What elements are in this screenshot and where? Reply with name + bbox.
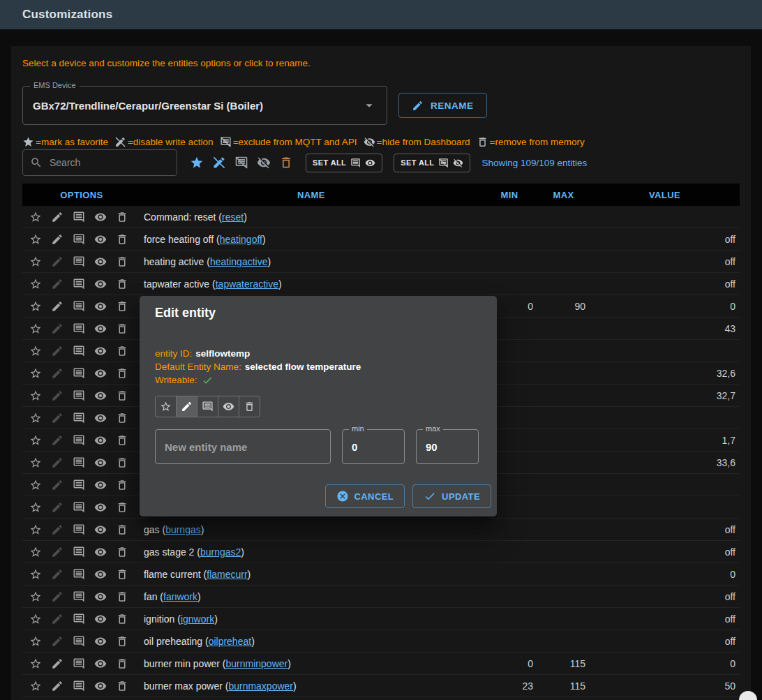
favorite-toggle[interactable] bbox=[28, 276, 43, 292]
edit-entity-button[interactable] bbox=[50, 366, 65, 381]
delete-toggle[interactable] bbox=[114, 433, 130, 448]
filter-eye-off-button[interactable] bbox=[255, 154, 272, 171]
edit-entity-button[interactable] bbox=[50, 410, 65, 426]
delete-toggle[interactable] bbox=[114, 232, 130, 247]
mqtt-exclude-toggle[interactable] bbox=[71, 589, 87, 604]
favorite-toggle[interactable] bbox=[28, 366, 43, 381]
edit-entity-button[interactable] bbox=[50, 522, 65, 537]
delete-toggle[interactable] bbox=[114, 343, 130, 359]
delete-toggle[interactable] bbox=[114, 410, 130, 426]
favorite-toggle[interactable] bbox=[28, 410, 43, 426]
entity-shortname-link[interactable]: flamecurr bbox=[207, 569, 247, 580]
delete-toggle[interactable] bbox=[114, 366, 130, 381]
mqtt-exclude-toggle[interactable] bbox=[71, 544, 87, 560]
visibility-toggle[interactable] bbox=[93, 254, 108, 269]
mqtt-exclude-toggle[interactable] bbox=[71, 634, 87, 649]
edit-entity-button[interactable] bbox=[50, 567, 65, 582]
favorite-toggle[interactable] bbox=[28, 254, 43, 269]
edit-entity-button[interactable] bbox=[50, 455, 65, 470]
entity-shortname-link[interactable]: burngas2 bbox=[200, 546, 241, 558]
visibility-toggle[interactable] bbox=[93, 634, 108, 649]
filter-star-button[interactable] bbox=[188, 154, 205, 171]
favorite-toggle[interactable] bbox=[28, 611, 43, 627]
mqtt-exclude-toggle[interactable] bbox=[71, 455, 87, 470]
favorite-toggle[interactable] bbox=[28, 656, 43, 671]
mqtt-exclude-toggle[interactable] bbox=[71, 656, 87, 671]
mqtt-exclude-toggle[interactable] bbox=[71, 477, 87, 493]
edit-entity-button[interactable] bbox=[50, 589, 65, 604]
favorite-toggle[interactable] bbox=[155, 396, 177, 417]
visibility-toggle[interactable] bbox=[93, 567, 108, 582]
delete-toggle[interactable] bbox=[114, 589, 130, 604]
favorite-toggle[interactable] bbox=[28, 388, 43, 403]
visibility-toggle[interactable] bbox=[93, 678, 108, 694]
visibility-toggle[interactable] bbox=[93, 276, 108, 292]
favorite-toggle[interactable] bbox=[28, 589, 43, 604]
visibility-toggle[interactable] bbox=[93, 366, 108, 381]
favorite-toggle[interactable] bbox=[28, 522, 43, 537]
delete-toggle[interactable] bbox=[114, 209, 130, 225]
mqtt-exclude-toggle[interactable] bbox=[71, 388, 87, 403]
favorite-toggle[interactable] bbox=[28, 321, 43, 336]
visibility-toggle[interactable] bbox=[93, 410, 108, 426]
edit-entity-button[interactable] bbox=[50, 343, 65, 359]
edit-entity-button[interactable] bbox=[50, 500, 65, 515]
favorite-toggle[interactable] bbox=[28, 433, 43, 448]
favorite-toggle[interactable] bbox=[28, 544, 43, 560]
delete-toggle[interactable] bbox=[114, 544, 130, 560]
delete-toggle[interactable] bbox=[114, 656, 130, 671]
edit-entity-button[interactable] bbox=[50, 433, 65, 448]
visibility-toggle[interactable] bbox=[93, 455, 108, 470]
entity-shortname-link[interactable]: ignwork bbox=[181, 613, 214, 625]
set-all-hide-button[interactable]: SET ALL bbox=[394, 154, 470, 172]
visibility-toggle[interactable] bbox=[93, 433, 108, 448]
mqtt-exclude-toggle[interactable] bbox=[71, 232, 87, 247]
delete-toggle[interactable] bbox=[114, 611, 130, 627]
entity-shortname-link[interactable]: burnmaxpower bbox=[228, 680, 293, 692]
set-all-show-button[interactable]: SET ALL bbox=[306, 154, 382, 172]
mqtt-exclude-toggle[interactable] bbox=[71, 343, 87, 359]
delete-toggle[interactable] bbox=[114, 276, 130, 292]
mqtt-exclude-toggle[interactable] bbox=[71, 410, 87, 426]
edit-entity-button[interactable] bbox=[50, 276, 65, 292]
visibility-toggle[interactable] bbox=[93, 656, 108, 671]
mqtt-exclude-toggle[interactable] bbox=[71, 366, 87, 381]
entity-shortname-link[interactable]: reset bbox=[222, 211, 244, 223]
mqtt-exclude-toggle[interactable] bbox=[71, 209, 87, 225]
filter-comment-off-button[interactable] bbox=[233, 154, 250, 171]
delete-toggle[interactable] bbox=[239, 396, 260, 417]
mqtt-exclude-toggle[interactable] bbox=[71, 321, 87, 336]
visibility-toggle[interactable] bbox=[93, 209, 108, 225]
favorite-toggle[interactable] bbox=[28, 299, 43, 314]
favorite-toggle[interactable] bbox=[28, 634, 43, 649]
entity-shortname-link[interactable]: oilpreheat bbox=[209, 636, 252, 647]
entity-shortname-link[interactable]: heatingoff bbox=[220, 234, 262, 245]
delete-toggle[interactable] bbox=[114, 254, 130, 269]
mqtt-exclude-toggle[interactable] bbox=[71, 522, 87, 537]
rename-button[interactable]: RENAME bbox=[398, 93, 487, 118]
mqtt-exclude-toggle[interactable] bbox=[71, 567, 87, 582]
new-entity-name-input[interactable] bbox=[156, 441, 330, 453]
favorite-toggle[interactable] bbox=[28, 500, 43, 515]
entity-shortname-link[interactable]: heatingactive bbox=[210, 256, 268, 267]
delete-toggle[interactable] bbox=[114, 455, 130, 470]
min-input[interactable] bbox=[343, 441, 404, 453]
max-input[interactable] bbox=[417, 441, 478, 453]
visibility-toggle[interactable] bbox=[218, 396, 239, 417]
visibility-toggle[interactable] bbox=[93, 232, 108, 247]
visibility-toggle[interactable] bbox=[93, 477, 108, 493]
edit-entity-button[interactable] bbox=[50, 388, 65, 403]
delete-toggle[interactable] bbox=[114, 321, 130, 336]
visibility-toggle[interactable] bbox=[93, 500, 108, 515]
edit-entity-button[interactable] bbox=[50, 209, 65, 225]
mqtt-exclude-toggle[interactable] bbox=[71, 254, 87, 269]
mqtt-exclude-toggle[interactable] bbox=[71, 678, 87, 694]
delete-toggle[interactable] bbox=[114, 388, 130, 403]
visibility-toggle[interactable] bbox=[93, 544, 108, 560]
mqtt-exclude-toggle[interactable] bbox=[71, 611, 87, 627]
edit-entity-button[interactable] bbox=[50, 544, 65, 560]
filter-trash-button[interactable] bbox=[278, 154, 294, 171]
visibility-toggle[interactable] bbox=[93, 388, 108, 403]
mqtt-exclude-toggle[interactable] bbox=[71, 299, 87, 314]
delete-toggle[interactable] bbox=[114, 500, 130, 515]
